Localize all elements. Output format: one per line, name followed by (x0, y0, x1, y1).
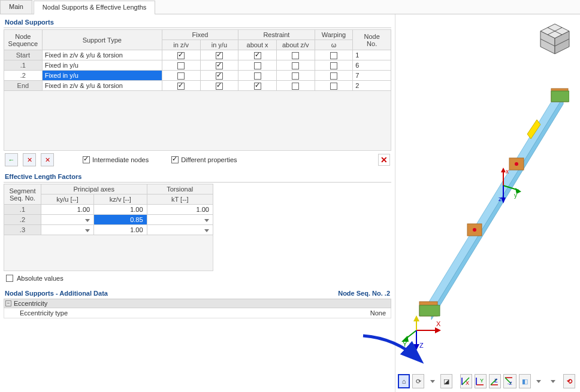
delete-row-button-2[interactable]: ✕ (41, 153, 54, 166)
checkbox-icon[interactable] (254, 62, 261, 69)
dropdown-icon[interactable] (85, 219, 90, 222)
checkbox-icon[interactable] (292, 72, 299, 80)
col-principal-group: Principal axes (41, 184, 147, 195)
col-warping-w: ω (315, 40, 353, 50)
checkbox-icon[interactable] (292, 52, 299, 59)
view-neg-z-button[interactable]: -Z (503, 374, 516, 388)
cell-kt[interactable]: 1.00 (147, 205, 213, 215)
dropdown-icon[interactable] (430, 380, 435, 383)
table-row[interactable]: .1Fixed in y/u6 (4, 60, 391, 71)
eccentricity-type-row[interactable]: Eccentricity type None (4, 308, 391, 318)
cell-yu[interactable] (200, 60, 238, 71)
cell-kyu[interactable]: 1.00 (41, 205, 93, 215)
cell-rzv[interactable] (276, 71, 315, 81)
effective-lengths-table[interactable]: SegmentSeq. No. Principal axes Torsional… (4, 184, 213, 235)
dropdown-icon[interactable] (85, 229, 90, 232)
delete-row-button-1[interactable]: ✕ (23, 153, 36, 166)
cell-w[interactable] (315, 71, 353, 81)
table-row[interactable]: .20.85 (4, 215, 213, 225)
checkbox-icon[interactable] (292, 83, 299, 90)
collapse-icon[interactable]: − (5, 300, 11, 306)
tab-main[interactable]: Main (0, 0, 32, 14)
cell-w[interactable] (315, 60, 353, 71)
table-row[interactable]: EndFixed in z/v & y/u & torsion2 (4, 81, 391, 91)
table-row[interactable]: .2Fixed in y/u7 (4, 71, 391, 81)
back-button[interactable]: ← (5, 153, 18, 166)
dropdown-icon[interactable] (536, 380, 541, 383)
cell-zv[interactable] (162, 60, 200, 71)
checkbox-icon[interactable] (330, 72, 337, 80)
view-3d-panel[interactable]: x y z X Y Z (395, 14, 580, 392)
row-type[interactable]: Fixed in z/v & y/u & torsion (42, 50, 162, 60)
different-properties-checkbox[interactable]: Different properties (171, 156, 237, 163)
cell-rx[interactable] (238, 81, 277, 91)
cell-kzv[interactable]: 1.00 (94, 225, 147, 235)
table-row[interactable]: .11.001.001.00 (4, 205, 213, 215)
cell-rzv[interactable] (276, 81, 315, 91)
row-type[interactable]: Fixed in z/v & y/u & torsion (42, 81, 162, 91)
cell-kzv[interactable]: 1.00 (94, 205, 147, 215)
intermediate-nodes-checkbox[interactable]: Intermediate nodes (83, 156, 149, 163)
cell-kzv[interactable]: 0.85 (94, 215, 147, 225)
cell-kyu[interactable] (41, 225, 93, 235)
checkbox-icon[interactable] (177, 72, 185, 80)
checkbox-icon[interactable] (254, 52, 261, 59)
extents-button[interactable]: ◪ (440, 374, 452, 388)
additional-data-context: Node Seq. No. .2 (338, 290, 390, 297)
cell-w[interactable] (315, 50, 353, 60)
refresh-button[interactable]: ⟲ (563, 374, 575, 388)
cell-rzv[interactable] (276, 60, 315, 71)
checkbox-icon[interactable] (177, 52, 185, 59)
nav-cube-icon[interactable] (537, 22, 573, 57)
cell-rx[interactable] (238, 71, 277, 81)
row-type[interactable]: Fixed in y/u (42, 60, 162, 71)
view-x-button[interactable]: X (460, 374, 472, 388)
dropdown-icon[interactable] (551, 380, 555, 383)
cell-zv[interactable] (162, 81, 200, 91)
view-mode-button[interactable]: ⌂ (398, 374, 410, 388)
svg-text:z: z (499, 196, 502, 202)
view-y-button[interactable]: Y (475, 374, 487, 388)
checkbox-icon[interactable] (254, 83, 261, 90)
cell-kt[interactable] (147, 225, 213, 235)
col-restraint-x: about x (238, 40, 277, 50)
dropdown-icon[interactable] (204, 229, 209, 232)
cell-rzv[interactable] (276, 50, 315, 60)
cell-kt[interactable] (147, 215, 213, 225)
table-row[interactable]: StartFixed in z/v & y/u & torsion1 (4, 50, 391, 60)
checkbox-icon[interactable] (330, 62, 337, 69)
checkbox-icon[interactable] (330, 83, 337, 90)
checkbox-icon[interactable] (216, 62, 223, 69)
cell-rx[interactable] (238, 60, 277, 71)
cell-rx[interactable] (238, 50, 277, 60)
tab-nodal-supports[interactable]: Nodal Supports & Effective Lengths (34, 1, 155, 14)
checkbox-icon[interactable] (254, 72, 261, 80)
checkbox-icon[interactable] (177, 83, 185, 90)
dropdown-icon[interactable] (204, 219, 209, 222)
checkbox-icon[interactable] (216, 72, 223, 80)
cell-w[interactable] (315, 81, 353, 91)
check-icon (83, 156, 90, 163)
cell-yu[interactable] (200, 71, 238, 81)
checkbox-icon[interactable] (216, 83, 223, 90)
rotate-button[interactable]: ⟳ (412, 374, 424, 388)
row-type[interactable]: Fixed in y/u (42, 71, 162, 81)
nodal-supports-table[interactable]: NodeSequence Support Type Fixed Restrain… (4, 29, 391, 91)
svg-marker-37 (413, 315, 419, 321)
close-button[interactable]: ✕ (378, 154, 390, 166)
checkbox-icon[interactable] (216, 52, 223, 59)
eccentricity-group-row[interactable]: − Eccentricity (4, 299, 391, 308)
cell-zv[interactable] (162, 50, 200, 60)
checkbox-icon[interactable] (292, 62, 299, 69)
svg-marker-28 (435, 327, 441, 333)
table-row[interactable]: .31.00 (4, 225, 213, 235)
cell-kyu[interactable] (41, 215, 93, 225)
cell-yu[interactable] (200, 50, 238, 60)
cell-zv[interactable] (162, 71, 200, 81)
absolute-values-checkbox[interactable]: Absolute values (4, 271, 391, 285)
checkbox-icon[interactable] (177, 62, 185, 69)
display-mode-button[interactable]: ◧ (519, 374, 531, 388)
cell-yu[interactable] (200, 81, 238, 91)
checkbox-icon[interactable] (330, 52, 337, 59)
view-z-button[interactable]: Z (489, 374, 501, 388)
